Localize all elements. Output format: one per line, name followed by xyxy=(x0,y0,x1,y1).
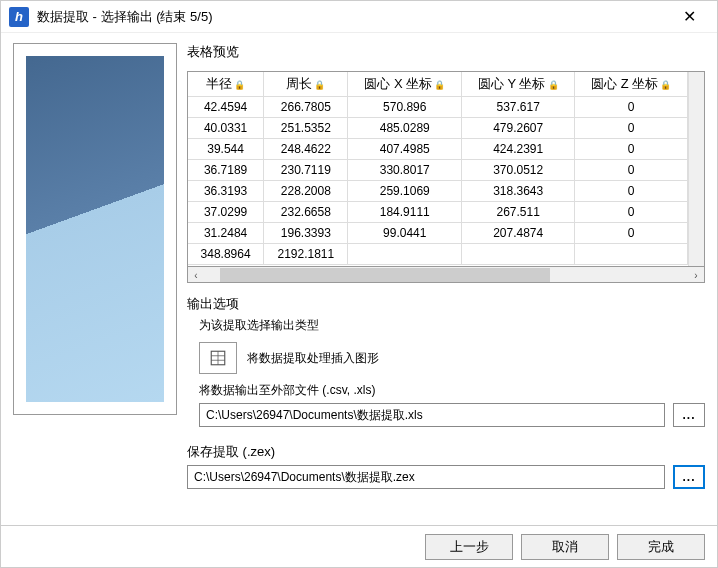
table-cell[interactable]: 0 xyxy=(575,160,688,181)
table-cell[interactable]: 0 xyxy=(575,202,688,223)
output-type-label: 为该提取选择输出类型 xyxy=(199,317,705,334)
table-cell[interactable]: 267.511 xyxy=(462,202,575,223)
table-row[interactable]: 37.0299232.6658184.9111267.5110 xyxy=(188,202,688,223)
table-row[interactable]: 39.544248.4622407.4985424.23910 xyxy=(188,139,688,160)
table-cell[interactable]: 232.6658 xyxy=(264,202,348,223)
lock-icon: 🔒 xyxy=(314,80,325,90)
browse-save-button[interactable]: ... xyxy=(673,465,705,489)
table-cell[interactable]: 479.2607 xyxy=(462,118,575,139)
table-cell[interactable]: 0 xyxy=(575,97,688,118)
table-cell[interactable]: 485.0289 xyxy=(348,118,462,139)
column-header[interactable]: 圆心 Z 坐标🔒 xyxy=(575,72,688,97)
output-options-label: 输出选项 xyxy=(187,295,705,313)
browse-export-button[interactable]: ... xyxy=(673,403,705,427)
table-row[interactable]: 348.89642192.1811 xyxy=(188,244,688,265)
lock-icon: 🔒 xyxy=(660,80,671,90)
scroll-thumb[interactable] xyxy=(220,268,550,282)
table-cell[interactable]: 259.1069 xyxy=(348,181,462,202)
cancel-button[interactable]: 取消 xyxy=(521,534,609,560)
table-row[interactable]: 31.2484196.339399.0441207.48740 xyxy=(188,223,688,244)
table-cell[interactable]: 0 xyxy=(575,118,688,139)
table-container: 半径🔒周长🔒圆心 X 坐标🔒圆心 Y 坐标🔒圆心 Z 坐标🔒 42.459426… xyxy=(187,71,705,283)
table-cell[interactable]: 330.8017 xyxy=(348,160,462,181)
window-title: 数据提取 - 选择输出 (结束 5/5) xyxy=(37,8,669,26)
table-cell[interactable]: 251.5352 xyxy=(264,118,348,139)
export-path-input[interactable] xyxy=(199,403,665,427)
back-button[interactable]: 上一步 xyxy=(425,534,513,560)
insert-label: 将数据提取处理插入图形 xyxy=(247,350,379,367)
table-row[interactable]: 40.0331251.5352485.0289479.26070 xyxy=(188,118,688,139)
vertical-scrollbar[interactable] xyxy=(688,72,704,266)
table-cell[interactable]: 99.0441 xyxy=(348,223,462,244)
column-header[interactable]: 周长🔒 xyxy=(264,72,348,97)
table-cell[interactable]: 39.544 xyxy=(188,139,264,160)
table-cell[interactable]: 36.3193 xyxy=(188,181,264,202)
table-cell[interactable]: 0 xyxy=(575,181,688,202)
preview-thumbnail xyxy=(26,56,164,402)
table-row[interactable]: 42.4594266.7805570.896537.6170 xyxy=(188,97,688,118)
table-cell[interactable]: 266.7805 xyxy=(264,97,348,118)
horizontal-scrollbar[interactable]: ‹ › xyxy=(188,266,704,282)
table-cell[interactable]: 37.0299 xyxy=(188,202,264,223)
table-cell[interactable]: 318.3643 xyxy=(462,181,575,202)
table-cell[interactable]: 348.8964 xyxy=(188,244,264,265)
table-cell[interactable]: 207.4874 xyxy=(462,223,575,244)
table-cell[interactable] xyxy=(462,244,575,265)
table-row[interactable]: 36.7189230.7119330.8017370.05120 xyxy=(188,160,688,181)
lock-icon: 🔒 xyxy=(234,80,245,90)
table-cell[interactable]: 40.0331 xyxy=(188,118,264,139)
insert-into-drawing-button[interactable] xyxy=(199,342,237,374)
titlebar: h 数据提取 - 选择输出 (结束 5/5) ✕ xyxy=(1,1,717,33)
table-cell[interactable]: 537.617 xyxy=(462,97,575,118)
app-icon: h xyxy=(9,7,29,27)
table-cell[interactable]: 184.9111 xyxy=(348,202,462,223)
table-cell[interactable]: 2192.1811 xyxy=(264,244,348,265)
data-table[interactable]: 半径🔒周长🔒圆心 X 坐标🔒圆心 Y 坐标🔒圆心 Z 坐标🔒 42.459426… xyxy=(188,72,688,265)
table-cell[interactable]: 228.2008 xyxy=(264,181,348,202)
table-cell[interactable]: 196.3393 xyxy=(264,223,348,244)
table-cell[interactable]: 407.4985 xyxy=(348,139,462,160)
table-cell[interactable]: 42.4594 xyxy=(188,97,264,118)
table-cell[interactable]: 31.2484 xyxy=(188,223,264,244)
preview-pane xyxy=(13,43,177,415)
lock-icon: 🔒 xyxy=(548,80,559,90)
table-cell[interactable]: 424.2391 xyxy=(462,139,575,160)
table-cell[interactable]: 230.7119 xyxy=(264,160,348,181)
table-cell[interactable] xyxy=(348,244,462,265)
lock-icon: 🔒 xyxy=(434,80,445,90)
table-cell[interactable]: 248.4622 xyxy=(264,139,348,160)
column-header[interactable]: 半径🔒 xyxy=(188,72,264,97)
table-cell[interactable] xyxy=(575,244,688,265)
finish-button[interactable]: 完成 xyxy=(617,534,705,560)
column-header[interactable]: 圆心 Y 坐标🔒 xyxy=(462,72,575,97)
table-row[interactable]: 36.3193228.2008259.1069318.36430 xyxy=(188,181,688,202)
column-header[interactable]: 圆心 X 坐标🔒 xyxy=(348,72,462,97)
dialog-buttons: 上一步 取消 完成 xyxy=(1,525,717,567)
table-cell[interactable]: 0 xyxy=(575,139,688,160)
scroll-right-arrow[interactable]: › xyxy=(688,267,704,283)
save-extract-label: 保存提取 (.zex) xyxy=(187,443,705,461)
save-path-input[interactable] xyxy=(187,465,665,489)
table-preview-label: 表格预览 xyxy=(187,43,705,61)
table-cell[interactable]: 0 xyxy=(575,223,688,244)
table-insert-icon xyxy=(209,349,227,367)
scroll-left-arrow[interactable]: ‹ xyxy=(188,267,204,283)
table-cell[interactable]: 36.7189 xyxy=(188,160,264,181)
table-cell[interactable]: 570.896 xyxy=(348,97,462,118)
export-file-label: 将数据输出至外部文件 (.csv, .xls) xyxy=(199,382,705,399)
close-button[interactable]: ✕ xyxy=(669,3,709,31)
table-cell[interactable]: 370.0512 xyxy=(462,160,575,181)
